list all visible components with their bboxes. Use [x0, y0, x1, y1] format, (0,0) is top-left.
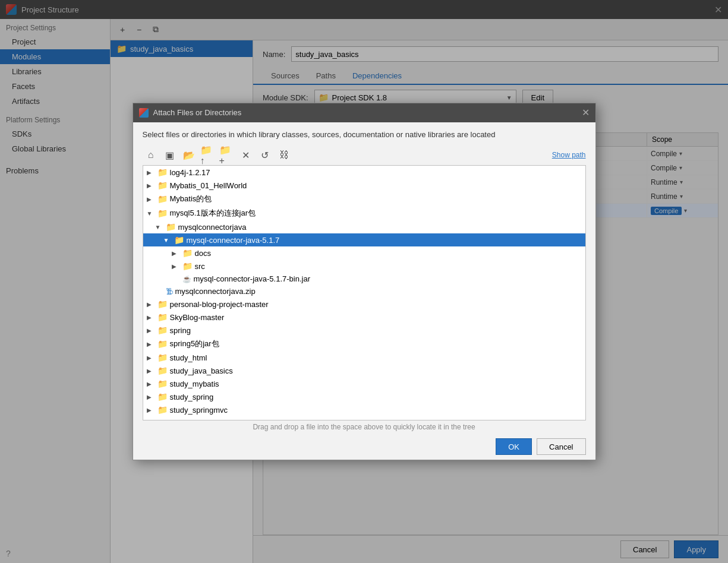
- attach-files-dialog: Attach Files or Directories ✕ Select fil…: [133, 103, 596, 460]
- dialog-title: Attach Files or Directories: [153, 108, 242, 117]
- dialog-title-bar: Attach Files or Directories ✕: [133, 103, 595, 122]
- expand-arrow: ▼: [163, 237, 172, 243]
- expand-arrow: ▶: [147, 182, 155, 189]
- new-folder-button[interactable]: 📁+: [219, 147, 235, 163]
- tree-item-studyhtml[interactable]: ▶ 📁 study_html: [143, 351, 585, 364]
- dialog-overlay: Attach Files or Directories ✕ Select fil…: [0, 0, 728, 563]
- expand-arrow: ▶: [147, 169, 155, 176]
- expand-arrow: ▶: [172, 250, 180, 257]
- folder-icon: 📁: [157, 208, 168, 218]
- folder-icon: 📁: [157, 167, 168, 177]
- folder-icon: 📁: [157, 299, 168, 309]
- home-icon: ⌂: [148, 150, 154, 160]
- expand-arrow: ▶: [147, 394, 155, 400]
- folder-icon: 📁: [157, 366, 168, 375]
- new-folder-icon: 📁+: [219, 144, 235, 166]
- expand-arrow: ▶: [147, 196, 155, 203]
- expand-arrow: ▶: [147, 301, 155, 308]
- tree-item-logj[interactable]: ▶ 📁 log4j-1.2.17: [143, 166, 585, 179]
- tree-item-mybatisbao[interactable]: ▶ 📁 Mybatis的包: [143, 192, 585, 206]
- folder-icon: 📁: [157, 405, 168, 415]
- main-window: Project Structure ✕ Project Settings Pro…: [0, 0, 728, 563]
- file-tree: ▶ 📁 log4j-1.2.17 ▶ 📁 Mybatis_01_HellWorl…: [143, 165, 586, 420]
- folder-icon: 📁: [157, 194, 168, 204]
- tree-item-studyspringmvc[interactable]: ▶ 📁 study_springmvc: [143, 403, 585, 416]
- link-button[interactable]: ⛓: [276, 147, 292, 163]
- dialog-close-button[interactable]: ✕: [582, 107, 590, 118]
- home-button[interactable]: ⌂: [143, 147, 159, 163]
- jar-icon: ☕: [182, 275, 191, 283]
- folder-icon: 📁: [157, 312, 168, 322]
- folder-up-button[interactable]: 📁↑: [200, 147, 216, 163]
- expand-arrow: ▶: [147, 314, 155, 321]
- desktop-icon: ▣: [165, 150, 174, 161]
- ok-button[interactable]: OK: [496, 438, 532, 455]
- folder-icon: 📁: [157, 181, 168, 190]
- folder-icon: 📁: [157, 353, 168, 362]
- tree-item-connzip[interactable]: 🗜 mysqlconnectorjava.zip: [143, 285, 585, 298]
- link-icon: ⛓: [279, 150, 289, 160]
- expand-arrow: ▶: [172, 263, 180, 270]
- folder-icon: 📁: [157, 339, 168, 349]
- tree-item-personalblog[interactable]: ▶ 📁 personal-blog-project-master: [143, 298, 585, 311]
- zip-icon: 🗜: [166, 287, 173, 296]
- folder-icon: 📁: [166, 222, 176, 232]
- expand-arrow: ▶: [147, 355, 155, 361]
- folder-icon: 📁: [174, 235, 184, 245]
- tree-item-docs[interactable]: ▶ 📁 docs: [143, 246, 585, 260]
- dialog-app-icon: [139, 108, 149, 118]
- folder-icon: 📁: [157, 392, 168, 401]
- tree-item-jarfile[interactable]: ☕ mysql-connector-java-5.1.7-bin.jar: [143, 273, 585, 285]
- dialog-title-left: Attach Files or Directories: [139, 108, 242, 118]
- expand-arrow: ▶: [147, 381, 155, 387]
- open-folder-icon: 📂: [183, 150, 195, 161]
- expand-arrow: ▼: [147, 210, 155, 217]
- expand-arrow: ▼: [155, 224, 163, 230]
- folder-up-icon: 📁↑: [200, 144, 216, 166]
- expand-arrow: ▶: [147, 368, 155, 374]
- folder-icon: 📁: [157, 325, 168, 335]
- tree-item-mysqlconn[interactable]: ▼ 📁 mysqlconnectorjava: [143, 220, 585, 233]
- tree-item-studyjava[interactable]: ▶ 📁 study_java_basics: [143, 364, 585, 377]
- refresh-icon: ↺: [261, 150, 269, 161]
- show-path-button[interactable]: Show path: [552, 151, 586, 159]
- tree-item-src[interactable]: ▶ 📁 src: [143, 260, 585, 273]
- dialog-footer-hint: Drag and drop a file into the space abov…: [133, 420, 595, 434]
- tree-item-studyspring[interactable]: ▶ 📁 study_spring: [143, 390, 585, 403]
- delete-button[interactable]: ✕: [238, 147, 254, 163]
- dialog-toolbar-left: ⌂ ▣ 📂 📁↑ 📁+ ✕: [143, 147, 292, 163]
- tree-item-studymybatis[interactable]: ▶ 📁 study_mybatis: [143, 377, 585, 390]
- delete-icon: ✕: [242, 150, 250, 161]
- expand-arrow: ▶: [147, 327, 155, 334]
- expand-arrow: ▶: [147, 407, 155, 413]
- expand-arrow: ▶: [147, 341, 155, 347]
- tree-item-mysql517[interactable]: ▼ 📁 mysql-connector-java-5.1.7: [143, 233, 585, 246]
- tree-item-spring5jar[interactable]: ▶ 📁 spring5的jar包: [143, 337, 585, 351]
- tree-item-mysql51[interactable]: ▼ 📁 mysql5.1版本的连接jar包: [143, 206, 585, 220]
- tree-item-mybatis01[interactable]: ▶ 📁 Mybatis_01_HellWorld: [143, 179, 585, 192]
- dialog-cancel-button[interactable]: Cancel: [537, 438, 585, 455]
- refresh-button[interactable]: ↺: [257, 147, 273, 163]
- tree-item-skyblog[interactable]: ▶ 📁 SkyBlog-master: [143, 311, 585, 324]
- dialog-subtitle: Select files or directories in which lib…: [133, 122, 595, 145]
- folder-icon: 📁: [182, 248, 193, 258]
- open-folder-button[interactable]: 📂: [181, 147, 197, 163]
- dialog-buttons: OK Cancel: [133, 434, 595, 460]
- folder-icon: 📁: [157, 379, 168, 388]
- folder-icon: 📁: [182, 261, 193, 271]
- desktop-button[interactable]: ▣: [162, 147, 178, 163]
- tree-item-spring[interactable]: ▶ 📁 spring: [143, 324, 585, 337]
- dialog-toolbar: ⌂ ▣ 📂 📁↑ 📁+ ✕: [133, 145, 595, 165]
